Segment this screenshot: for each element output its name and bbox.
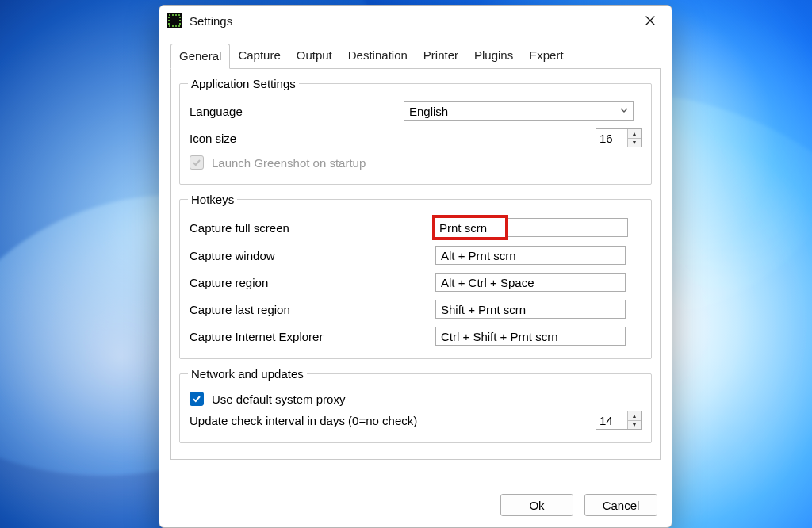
tab-capture[interactable]: Capture <box>230 44 288 68</box>
label-capture-ie: Capture Internet Explorer <box>190 330 427 343</box>
update-interval-down[interactable]: ▼ <box>628 420 641 430</box>
update-interval-value: 14 <box>596 411 627 429</box>
titlebar[interactable]: Settings <box>159 6 672 36</box>
hotkey-fullscreen-value: Prnt scrn <box>439 221 487 235</box>
group-legend-hotkeys: Hotkeys <box>188 193 237 206</box>
update-interval-up[interactable]: ▲ <box>628 411 641 420</box>
dialog-footer: Ok Cancel <box>159 491 672 527</box>
tab-strip: General Capture Output Destination Print… <box>170 44 661 69</box>
hotkey-ie-input[interactable]: Ctrl + Shift + Prnt scrn <box>435 327 626 346</box>
hotkey-window-input[interactable]: Alt + Prnt scrn <box>435 246 626 265</box>
icon-size-value: 16 <box>596 129 627 147</box>
close-icon <box>645 14 655 28</box>
cancel-button[interactable]: Cancel <box>584 494 657 516</box>
label-capture-fullscreen: Capture full screen <box>190 221 427 235</box>
app-icon <box>167 13 182 28</box>
label-capture-region: Capture region <box>190 276 427 289</box>
tab-expert[interactable]: Expert <box>521 44 571 68</box>
update-interval-stepper[interactable]: 14 ▲ ▼ <box>596 411 642 430</box>
icon-size-down[interactable]: ▼ <box>628 138 641 147</box>
icon-size-up[interactable]: ▲ <box>628 129 641 138</box>
language-select[interactable]: English <box>404 101 634 121</box>
hotkey-region-value: Alt + Ctrl + Space <box>441 276 534 289</box>
hotkey-ie-value: Ctrl + Shift + Prnt scrn <box>441 330 558 343</box>
hotkey-last-region-value: Shift + Prnt scrn <box>441 303 526 316</box>
use-default-proxy-checkbox[interactable] <box>190 392 204 406</box>
hotkey-fullscreen-input[interactable]: Prnt scrn <box>435 217 628 238</box>
tab-page-general: Application Settings Language English Ic… <box>170 69 661 460</box>
launch-on-startup-checkbox <box>190 155 204 170</box>
group-network-updates: Network and updates Use default system p… <box>179 367 652 443</box>
icon-size-stepper[interactable]: 16 ▲ ▼ <box>596 128 642 147</box>
hotkey-window-value: Alt + Prnt scrn <box>441 249 516 262</box>
close-button[interactable] <box>632 8 668 33</box>
group-legend-application: Application Settings <box>188 77 299 90</box>
hotkey-last-region-input[interactable]: Shift + Prnt scrn <box>435 300 626 319</box>
label-icon-size: Icon size <box>190 132 396 145</box>
language-selected-value: English <box>409 105 448 118</box>
group-hotkeys: Hotkeys Capture full screen Prnt scrn Ca… <box>179 193 652 359</box>
label-capture-window: Capture window <box>190 249 427 262</box>
settings-window: Settings General Capture Output Destinat… <box>159 5 672 528</box>
tab-general[interactable]: General <box>170 44 230 69</box>
label-update-interval: Update check interval in days (0=no chec… <box>190 414 507 427</box>
tab-plugins[interactable]: Plugins <box>466 44 521 68</box>
hotkey-region-input[interactable]: Alt + Ctrl + Space <box>435 273 626 292</box>
ok-button[interactable]: Ok <box>500 494 573 516</box>
label-launch-on-startup: Launch Greenshot on startup <box>212 156 366 170</box>
highlight-annotation: Prnt scrn <box>435 217 506 238</box>
label-capture-last-region: Capture last region <box>190 303 427 316</box>
tab-destination[interactable]: Destination <box>340 44 416 68</box>
label-language: Language <box>190 105 396 118</box>
chevron-down-icon <box>620 105 628 117</box>
group-application-settings: Application Settings Language English Ic… <box>179 77 652 185</box>
tab-output[interactable]: Output <box>289 44 340 68</box>
tab-printer[interactable]: Printer <box>416 44 466 68</box>
group-legend-network: Network and updates <box>188 367 307 381</box>
window-title: Settings <box>190 14 232 28</box>
label-use-default-proxy: Use default system proxy <box>212 392 345 406</box>
